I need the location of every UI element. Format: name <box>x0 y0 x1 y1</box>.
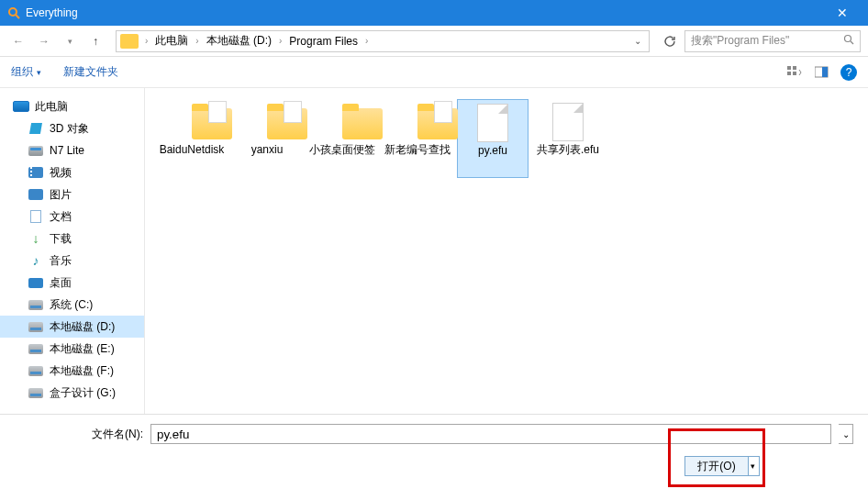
sidebar-item[interactable]: 视频 <box>0 161 144 183</box>
chevron-right-icon: › <box>193 36 201 46</box>
view-options-button[interactable] <box>785 63 804 82</box>
back-button[interactable]: ← <box>7 30 29 52</box>
item-label: 小孩桌面便签 <box>309 143 375 156</box>
ic-drive-icon <box>28 386 44 399</box>
folder-item[interactable]: 新老编号查找 <box>382 99 453 178</box>
app-icon <box>7 6 20 19</box>
main-area: 此电脑 3D 对象N7 Lite视频图片文档下载音乐桌面系统 (C:)本地磁盘 … <box>0 88 868 414</box>
svg-line-3 <box>851 41 853 44</box>
new-folder-button[interactable]: 新建文件夹 <box>63 64 118 80</box>
titlebar: Everything ✕ <box>0 0 868 26</box>
address-bar[interactable]: › 此电脑 › 本地磁盘 (D:) › Program Files › ⌄ <box>116 30 650 52</box>
search-input[interactable]: 搜索"Program Files" <box>684 30 861 52</box>
organize-button[interactable]: 组织 ▾ <box>11 64 41 80</box>
preview-pane-button[interactable] <box>813 63 831 82</box>
folder-icon <box>246 103 288 139</box>
folder-icon <box>396 103 439 139</box>
up-button[interactable]: ↑ <box>84 30 106 52</box>
folder-icon <box>120 34 139 49</box>
svg-rect-9 <box>822 67 828 77</box>
folder-icon <box>321 103 363 139</box>
chevron-right-icon: › <box>276 36 284 46</box>
ic-doc-icon <box>28 210 44 223</box>
item-label: 新老编号查找 <box>384 143 451 156</box>
open-button[interactable]: 打开(O) <box>684 456 749 476</box>
chevron-right-icon: › <box>362 36 371 46</box>
sidebar-item[interactable]: 盒子设计 (G:) <box>0 382 144 404</box>
sidebar-item[interactable]: 本地磁盘 (F:) <box>0 360 144 382</box>
file-item[interactable]: 共享列表.efu <box>532 99 604 178</box>
window-title: Everything <box>26 6 824 19</box>
svg-point-2 <box>845 36 851 42</box>
item-label: BaiduNetdisk <box>160 143 225 156</box>
address-dropdown[interactable]: ⌄ <box>630 36 645 46</box>
folder-item[interactable]: 小孩桌面便签 <box>306 99 378 178</box>
svg-rect-5 <box>793 66 796 70</box>
sidebar-item[interactable]: 图片 <box>0 183 144 206</box>
chevron-right-icon: › <box>142 36 150 46</box>
ic-drive-icon <box>28 298 44 311</box>
ic-video-icon <box>28 166 44 179</box>
navbar: ← → ▾ ↑ › 此电脑 › 本地磁盘 (D:) › Program File… <box>0 26 868 57</box>
breadcrumb-drive[interactable]: 本地磁盘 (D:) <box>204 31 274 50</box>
sidebar-this-pc[interactable]: 此电脑 <box>0 95 144 117</box>
svg-rect-6 <box>787 72 791 75</box>
file-pane[interactable]: BaiduNetdiskyanxiu小孩桌面便签新老编号查找py.efu共享列表… <box>145 88 868 414</box>
sidebar-item[interactable]: 3D 对象 <box>0 117 144 139</box>
refresh-button[interactable] <box>659 30 681 52</box>
ic-drive-icon <box>28 320 44 333</box>
svg-rect-4 <box>787 66 791 70</box>
sidebar-item[interactable]: 音乐 <box>0 250 144 272</box>
ic-3d-icon <box>28 122 44 135</box>
item-label: py.efu <box>478 144 507 157</box>
monitor-icon <box>13 100 29 113</box>
ic-desktop-icon <box>28 276 44 289</box>
sidebar-item[interactable]: 下载 <box>0 228 144 250</box>
ic-disk-icon <box>28 144 44 157</box>
breadcrumb-folder[interactable]: Program Files <box>286 33 361 50</box>
ic-drive-icon <box>28 342 44 355</box>
search-icon <box>843 34 854 48</box>
sidebar-item[interactable]: N7 Lite <box>0 139 144 161</box>
folder-item[interactable]: BaiduNetdisk <box>156 99 228 178</box>
help-button[interactable]: ? <box>840 64 857 81</box>
sidebar-item[interactable]: 系统 (C:) <box>0 294 144 316</box>
toolbar: 组织 ▾ 新建文件夹 ? <box>0 57 868 88</box>
file-icon <box>472 104 514 140</box>
ic-drive-icon <box>28 364 44 377</box>
sidebar: 此电脑 3D 对象N7 Lite视频图片文档下载音乐桌面系统 (C:)本地磁盘 … <box>0 88 145 414</box>
close-button[interactable]: ✕ <box>824 6 861 20</box>
file-icon <box>547 103 589 139</box>
recent-dropdown[interactable]: ▾ <box>59 30 81 52</box>
sidebar-item[interactable]: 本地磁盘 (E:) <box>0 338 144 360</box>
ic-music-icon <box>28 254 44 267</box>
filename-dropdown[interactable]: ⌄ <box>839 424 853 444</box>
ic-pic-icon <box>28 188 44 201</box>
filename-label: 文件名(N): <box>92 427 143 442</box>
folder-item[interactable]: yanxiu <box>231 99 303 178</box>
search-placeholder: 搜索"Program Files" <box>691 33 789 49</box>
item-label: yanxiu <box>251 143 284 156</box>
bottom-bar: 文件名(N): ⌄ 打开(O) ▾ <box>0 414 868 489</box>
open-dropdown[interactable]: ▾ <box>747 456 760 476</box>
forward-button[interactable]: → <box>33 30 55 52</box>
breadcrumb-pc[interactable]: 此电脑 <box>152 31 191 50</box>
sidebar-item[interactable]: 文档 <box>0 206 144 228</box>
svg-line-1 <box>16 15 19 18</box>
svg-rect-7 <box>793 72 796 75</box>
ic-dl-icon <box>28 232 44 245</box>
sidebar-item[interactable]: 本地磁盘 (D:) <box>0 316 144 338</box>
sidebar-item[interactable]: 桌面 <box>0 272 144 294</box>
svg-point-0 <box>9 8 17 16</box>
item-label: 共享列表.efu <box>537 143 599 156</box>
file-item[interactable]: py.efu <box>457 99 529 178</box>
folder-icon <box>171 103 213 139</box>
